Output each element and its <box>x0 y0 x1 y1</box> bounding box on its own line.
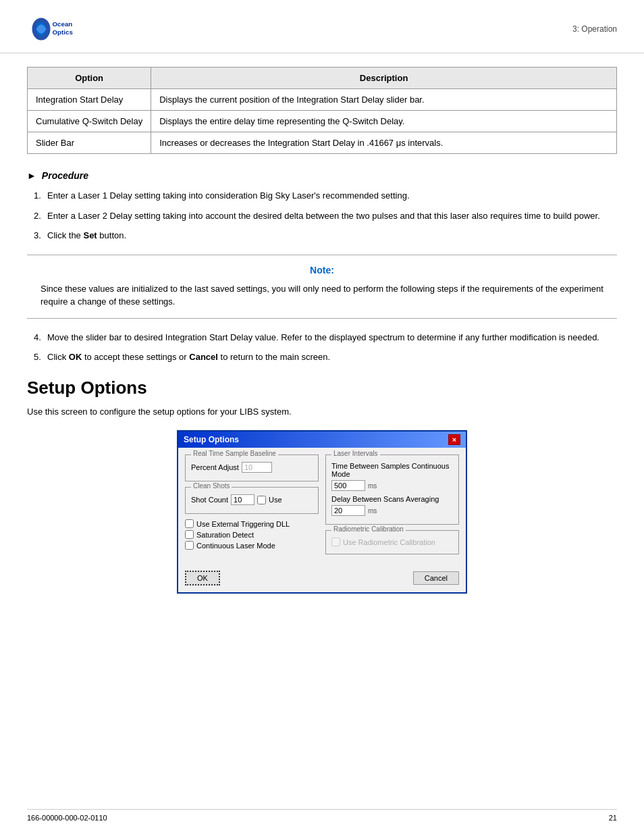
procedure-header: ► Procedure <box>27 170 617 181</box>
use-label: Use <box>269 496 282 504</box>
procedure-list-continued: 4. Move the slider bar to desired Integr… <box>27 331 617 364</box>
logo: Ocean Optics <box>27 12 88 46</box>
cancel-button[interactable]: Cancel <box>413 571 459 585</box>
use-checkbox[interactable] <box>257 496 266 504</box>
dialog-left-panel: Real Time Sample Baseline Percent Adjust… <box>185 454 319 560</box>
table-row: Integration Start DelayDisplays the curr… <box>28 89 617 111</box>
ms-label-2: ms <box>368 507 377 515</box>
saturation-label: Saturation Detect <box>196 531 254 539</box>
delay-between-label: Delay Between Scans Averaging <box>331 495 453 503</box>
shot-count-input[interactable] <box>231 494 254 505</box>
use-external-row: Use External Triggering DLL <box>185 519 319 528</box>
table-row: Slider BarIncreases or decreases the Int… <box>28 132 617 154</box>
svg-text:Ocean: Ocean <box>53 20 73 28</box>
percent-adjust-label: Percent Adjust <box>191 463 239 471</box>
real-time-content: Percent Adjust <box>191 462 313 473</box>
dialog-right-panel: Laser Intervals Time Between Samples Con… <box>325 454 459 560</box>
clean-shots-group-label: Clean Shots <box>191 482 232 490</box>
step1-text: Enter a Laser 1 Delay setting taking int… <box>47 190 410 201</box>
radiometric-group-label: Radiometric Calibration <box>331 525 406 533</box>
use-radiometric-checkbox[interactable] <box>331 538 340 546</box>
dialog-wrapper: Setup Options × Real Time Sample Baselin… <box>27 430 617 594</box>
real-time-group: Real Time Sample Baseline Percent Adjust <box>185 454 319 481</box>
delay-between-input[interactable] <box>331 505 365 516</box>
dialog-title: Setup Options <box>184 435 239 444</box>
continuous-laser-row: Continuous Laser Mode <box>185 541 319 550</box>
time-between-input[interactable] <box>331 480 365 491</box>
continuous-laser-checkbox[interactable] <box>185 541 194 550</box>
clean-shots-content: Shot Count Use <box>191 494 313 505</box>
real-time-group-label: Real Time Sample Baseline <box>191 450 278 457</box>
list-item: 2. Enter a Laser 2 Delay setting taking … <box>27 209 617 223</box>
note-title: Note: <box>41 265 603 276</box>
option-cell: Slider Bar <box>28 132 151 154</box>
col2-header: Description <box>151 68 617 89</box>
radiometric-group: Radiometric Calibration Use Radiometric … <box>325 530 459 554</box>
note-text: Since these values are initialized to th… <box>41 282 603 309</box>
note-box: Note: Since these values are initialized… <box>27 255 617 319</box>
dialog-titlebar: Setup Options × <box>178 432 466 448</box>
radiometric-content: Use Radiometric Calibration <box>331 538 453 546</box>
shot-count-label: Shot Count <box>191 496 228 504</box>
step3-text: Click the Set button. <box>47 230 126 240</box>
time-between-label: Time Between Samples Continuous Mode <box>331 462 453 478</box>
ocean-optics-logo: Ocean Optics <box>27 12 88 46</box>
option-cell: Integration Start Delay <box>28 89 151 111</box>
ms-label-1: ms <box>368 482 377 490</box>
laser-intervals-content: Time Between Samples Continuous Mode ms … <box>331 462 453 516</box>
use-radiometric-label: Use Radiometric Calibration <box>343 538 435 546</box>
procedure-arrow: ► <box>27 170 36 181</box>
main-content: Option Description Integration Start Del… <box>0 53 644 614</box>
step5-text: Click OK to accept these settings or Can… <box>47 352 330 362</box>
list-item: 4. Move the slider bar to desired Integr… <box>27 331 617 344</box>
page-footer: 166-00000-000-02-0110 21 <box>27 809 617 822</box>
procedure-list: 1. Enter a Laser 1 Delay setting taking … <box>27 189 617 242</box>
setup-options-heading: Setup Options <box>27 377 617 398</box>
options-table: Option Description Integration Start Del… <box>27 67 617 154</box>
percent-adjust-row: Percent Adjust <box>191 462 313 473</box>
description-cell: Displays the current position of the Int… <box>151 89 617 111</box>
doc-number: 166-00000-000-02-0110 <box>27 814 107 822</box>
clean-shots-group: Clean Shots Shot Count Use <box>185 487 319 514</box>
dialog-close-button[interactable]: × <box>448 434 460 445</box>
saturation-row: Saturation Detect <box>185 530 319 539</box>
step4-text: Move the slider bar to desired Integrati… <box>47 332 599 342</box>
use-radiometric-row: Use Radiometric Calibration <box>331 538 453 546</box>
page-header: Ocean Optics 3: Operation <box>0 0 644 53</box>
use-external-checkbox[interactable] <box>185 519 194 528</box>
dialog-footer: OK Cancel <box>178 567 466 592</box>
laser-intervals-label: Laser Intervals <box>331 450 380 457</box>
description-cell: Displays the entire delay time represent… <box>151 111 617 132</box>
list-item: 5. Click OK to accept these settings or … <box>27 350 617 364</box>
shot-count-row: Shot Count Use <box>191 494 313 505</box>
use-external-label: Use External Triggering DLL <box>196 520 290 528</box>
ok-button[interactable]: OK <box>185 571 220 585</box>
table-row: Cumulative Q-Switch DelayDisplays the en… <box>28 111 617 132</box>
laser-intervals-group: Laser Intervals Time Between Samples Con… <box>325 454 459 525</box>
list-item: 3. Click the Set button. <box>27 229 617 242</box>
delay-between-row: ms <box>331 505 453 516</box>
page-number: 21 <box>609 814 617 822</box>
svg-text:Optics: Optics <box>53 28 74 36</box>
description-cell: Increases or decreases the Integration S… <box>151 132 617 154</box>
section-label: 3: Operation <box>572 24 617 34</box>
step2-text: Enter a Laser 2 Delay setting taking int… <box>47 211 600 221</box>
list-item: 1. Enter a Laser 1 Delay setting taking … <box>27 189 617 203</box>
dialog-body: Real Time Sample Baseline Percent Adjust… <box>178 448 466 567</box>
time-between-row: ms <box>331 480 453 491</box>
percent-adjust-input[interactable] <box>242 462 272 473</box>
setup-options-dialog: Setup Options × Real Time Sample Baselin… <box>177 430 467 594</box>
continuous-laser-label: Continuous Laser Mode <box>196 542 275 550</box>
setup-intro: Use this screen to configure the setup o… <box>27 405 617 419</box>
procedure-title: Procedure <box>42 170 88 181</box>
col1-header: Option <box>28 68 151 89</box>
saturation-checkbox[interactable] <box>185 530 194 539</box>
option-cell: Cumulative Q-Switch Delay <box>28 111 151 132</box>
